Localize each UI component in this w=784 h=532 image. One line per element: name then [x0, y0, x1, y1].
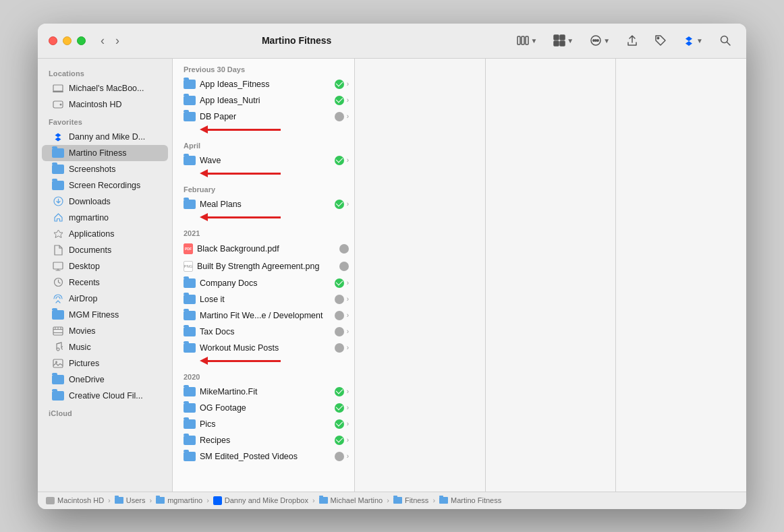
- file-item-appideasnutri[interactable]: App Ideas_Nutri ›: [173, 92, 354, 109]
- sidebar-section-icloud: iCloud: [38, 404, 172, 420]
- breadcrumb-users[interactable]: Users: [115, 496, 146, 504]
- breadcrumb-fitness[interactable]: Fitness: [393, 496, 428, 504]
- sidebar-item-desktop[interactable]: Desktop: [42, 258, 168, 274]
- folder-icon: [184, 295, 196, 304]
- bc-folder-icon: [319, 497, 328, 504]
- status-green-icon: [335, 419, 344, 429]
- file-item-martinofit[interactable]: Martino Fit We...e / Development ›: [173, 307, 354, 324]
- svg-rect-15: [53, 91, 63, 92]
- close-button[interactable]: [49, 36, 57, 45]
- arrow-head-1: [200, 125, 208, 134]
- file-item-taxdocs[interactable]: Tax Docs ›: [173, 324, 354, 340]
- status-green-icon: [335, 200, 344, 209]
- chevron-right-icon: ›: [347, 452, 349, 460]
- sidebar-item-screenshots[interactable]: Screenshots: [42, 161, 168, 177]
- file-item-builtby[interactable]: PNG Built By Strength Agreement.png: [173, 258, 354, 275]
- chevron-right-icon: ›: [347, 279, 349, 287]
- column-view-button[interactable]: ▼: [513, 32, 541, 49]
- svg-line-13: [727, 42, 731, 46]
- sidebar-item-onedrive[interactable]: OneDrive: [42, 372, 168, 388]
- tag-button[interactable]: [650, 32, 671, 49]
- status-green-icon: [335, 403, 344, 413]
- share-button[interactable]: [622, 32, 642, 49]
- laptop-icon: [53, 83, 63, 94]
- sidebar-item-recents[interactable]: Recents: [42, 274, 168, 291]
- chevron-right-icon: ›: [347, 420, 349, 427]
- sidebar-item-downloads[interactable]: Downloads: [42, 194, 168, 210]
- status-green-icon: [335, 278, 344, 288]
- breadcrumb-michaelmartino[interactable]: Michael Martino: [319, 496, 383, 504]
- folder-icon: [184, 311, 196, 320]
- svg-rect-19: [53, 262, 63, 269]
- folder-icon: [184, 112, 196, 121]
- sidebar-item-applications[interactable]: Applications: [42, 226, 168, 242]
- folder-icon: [184, 436, 196, 445]
- sidebar-item-martino[interactable]: Martino Fitness: [42, 145, 168, 161]
- sidebar-item-music[interactable]: Music: [42, 339, 168, 355]
- bc-label: Users: [126, 496, 146, 504]
- pictures-icon: [53, 358, 63, 369]
- svg-rect-5: [554, 41, 559, 46]
- more-options-button[interactable]: ▼: [586, 32, 614, 49]
- file-item-loseit[interactable]: Lose it ›: [173, 291, 354, 307]
- bc-label: Macintosh HD: [57, 496, 104, 504]
- sidebar-item-documents[interactable]: Documents: [42, 242, 168, 258]
- breadcrumb-sep: ›: [432, 496, 435, 504]
- sidebar-item-danny[interactable]: Danny and Mike D...: [42, 129, 168, 145]
- sidebar-item-movies[interactable]: Movies: [42, 323, 168, 339]
- file-name: Built By Strength Agreement.png: [197, 262, 335, 271]
- breadcrumb-dannymikedropbox[interactable]: Danny and Mike Dropbox: [213, 496, 308, 505]
- file-item-pics[interactable]: Pics ›: [173, 416, 354, 432]
- file-item-appideasfitness[interactable]: App Ideas_Fitness ›: [173, 76, 354, 92]
- bc-dropbox-icon: [213, 496, 222, 505]
- folder-icon: [184, 419, 196, 429]
- red-arrow-2: [206, 173, 281, 175]
- sidebar-item-pictures[interactable]: Pictures: [42, 355, 168, 372]
- home-icon: [53, 212, 63, 223]
- file-item-smeditedposted[interactable]: SM Edited_Posted Videos ›: [173, 448, 354, 465]
- red-arrow-1: [206, 129, 281, 131]
- file-item-mealplans[interactable]: Meal Plans ›: [173, 196, 354, 212]
- svg-rect-14: [53, 85, 63, 91]
- sidebar-item-macintoshhd[interactable]: Macintosh HD: [42, 96, 168, 113]
- file-item-ogfootage[interactable]: OG Footage ›: [173, 400, 354, 416]
- chevron-right-icon: ›: [347, 200, 349, 208]
- titlebar: ‹ › Martino Fitness ▼: [38, 24, 746, 59]
- chevron-right-icon: ›: [347, 344, 349, 351]
- dropbox-button[interactable]: ▼: [679, 32, 707, 49]
- file-item-wave[interactable]: Wave ›: [173, 152, 354, 169]
- status-gray-icon: [339, 244, 349, 254]
- folder-creative-icon: [53, 390, 63, 401]
- file-item-dbpaper[interactable]: DB Paper ›: [173, 109, 354, 125]
- file-item-mikemartinofit[interactable]: MikeMartino.Fit ›: [173, 384, 354, 400]
- sidebar-item-creative[interactable]: Creative Cloud Fil...: [42, 388, 168, 404]
- chevron-right-icon: ›: [347, 436, 349, 444]
- file-item-workoutmusic[interactable]: Workout Music Posts ›: [173, 340, 354, 356]
- sidebar-item-airdrop[interactable]: AirDrop: [42, 291, 168, 307]
- file-item-blackbg[interactable]: PDF Black Background.pdf: [173, 240, 354, 258]
- file-item-recipes[interactable]: Recipes ›: [173, 432, 354, 448]
- sidebar-item-macbook[interactable]: Michael's MacBoo...: [42, 80, 168, 96]
- preview-pane-3: [616, 59, 746, 492]
- chevron-right-icon: ›: [347, 404, 349, 411]
- breadcrumb-mgmartino[interactable]: mgmartino: [156, 496, 202, 504]
- file-status: ›: [335, 295, 349, 304]
- file-status: ›: [335, 80, 349, 89]
- bc-folder-icon: [156, 497, 165, 504]
- grid-view-button[interactable]: ▼: [549, 32, 578, 49]
- sidebar-item-screenshots-label: Screenshots: [69, 165, 115, 174]
- sidebar-item-screenrec[interactable]: Screen Recordings: [42, 177, 168, 194]
- bc-folder-icon: [439, 497, 448, 504]
- sidebar-item-mgmfitness[interactable]: MGM Fitness: [42, 307, 168, 323]
- search-button[interactable]: [715, 32, 735, 49]
- arrow-annotation-1: [173, 125, 354, 135]
- sidebar-item-mgmartino[interactable]: mgmartino: [42, 210, 168, 226]
- svg-point-17: [60, 103, 62, 105]
- breadcrumb-macintoshhd[interactable]: Macintosh HD: [46, 496, 104, 504]
- file-item-companydocs[interactable]: Company Docs ›: [173, 275, 354, 291]
- breadcrumb-martinofitness[interactable]: Martino Fitness: [439, 496, 501, 504]
- breadcrumb-sep: ›: [206, 496, 209, 504]
- minimize-button[interactable]: [63, 36, 72, 45]
- status-gray-icon: [335, 295, 344, 304]
- file-status: ›: [335, 96, 349, 105]
